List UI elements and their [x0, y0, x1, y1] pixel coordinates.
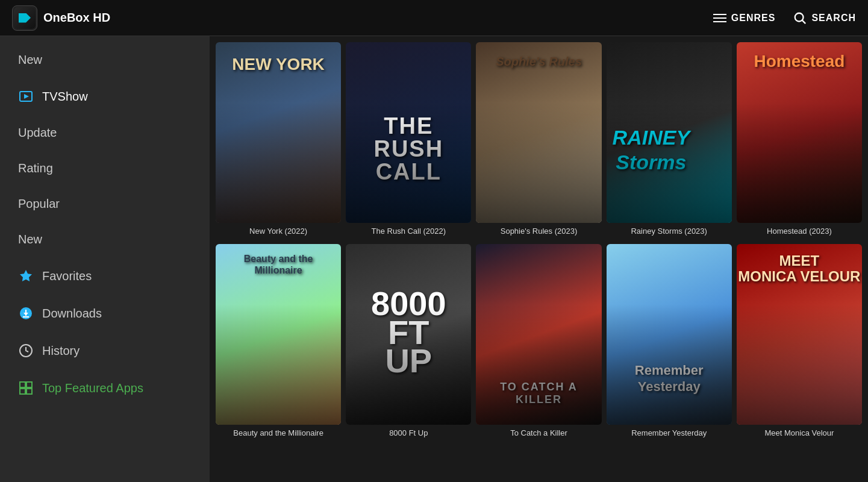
- movie-poster-homestead: Homestead: [737, 42, 862, 223]
- play-icon: [18, 89, 34, 104]
- movie-title-rush-call: The Rush Call (2022): [346, 223, 471, 239]
- search-label: SEARCH: [811, 13, 856, 23]
- logo[interactable]: OneBox HD: [12, 5, 110, 31]
- sidebar-item-history-label: History: [42, 344, 80, 358]
- sidebar-item-history[interactable]: History: [0, 332, 210, 369]
- sidebar-item-downloads[interactable]: Downloads: [0, 295, 210, 332]
- svg-point-0: [795, 13, 804, 21]
- movie-card-beauty[interactable]: Beauty and theMillionaire Beauty and the…: [216, 244, 341, 441]
- sidebar: New TVShow Update Rating Popular New Fav…: [0, 36, 210, 482]
- svg-rect-10: [20, 382, 25, 387]
- hamburger-icon: [713, 14, 726, 22]
- sidebar-item-update-label: Update: [18, 126, 57, 140]
- sidebar-item-top-featured-label: Top Featured Apps: [42, 381, 143, 395]
- movie-card-8000ft[interactable]: 8000FTUP 8000 Ft Up: [346, 244, 471, 441]
- clock-icon: [18, 343, 34, 358]
- search-icon: [793, 11, 807, 25]
- svg-rect-11: [27, 382, 32, 387]
- sidebar-item-new-top-label: New: [18, 53, 42, 67]
- movie-poster-8000ft: 8000FTUP: [346, 244, 471, 425]
- sidebar-item-tvshow-label: TVShow: [42, 90, 88, 104]
- svg-rect-12: [20, 389, 25, 394]
- movie-poster-rainey-storms: RAINEYStorms: [607, 42, 732, 223]
- movie-poster-rush-call: THERUSHCALL: [346, 42, 471, 223]
- svg-marker-4: [20, 270, 32, 281]
- movie-card-monica[interactable]: MEETMONICA VELOUR Meet Monica Velour: [737, 244, 862, 441]
- genres-button[interactable]: GENRES: [713, 13, 776, 23]
- movie-title-beauty: Beauty and the Millionaire: [216, 425, 341, 441]
- movie-card-rainey-storms[interactable]: RAINEYStorms Rainey Storms (2023): [607, 42, 732, 239]
- movie-poster-remember: Remember Yesterday: [607, 244, 732, 425]
- svg-marker-3: [24, 94, 29, 99]
- movie-poster-killer: TO CATCH A KILLER: [476, 244, 601, 425]
- sidebar-item-favorites[interactable]: Favorites: [0, 257, 210, 295]
- logo-icon: [12, 5, 37, 31]
- sidebar-item-downloads-label: Downloads: [42, 307, 102, 321]
- header-actions: GENRES SEARCH: [713, 11, 856, 25]
- svg-line-1: [802, 20, 806, 23]
- genres-label: GENRES: [731, 13, 776, 23]
- movie-grid: NEW YORK New York (2022) THERUSHCALL The…: [216, 42, 862, 441]
- movie-title-8000ft: 8000 Ft Up: [346, 425, 471, 441]
- movie-title-monica: Meet Monica Velour: [737, 425, 862, 441]
- movie-card-killer[interactable]: TO CATCH A KILLER To Catch a Killer: [476, 244, 601, 441]
- sidebar-item-new-top[interactable]: New: [0, 42, 210, 78]
- sidebar-item-new-bottom[interactable]: New: [0, 222, 210, 257]
- sidebar-item-favorites-label: Favorites: [42, 269, 92, 283]
- movie-title-homestead: Homestead (2023): [737, 223, 862, 239]
- main-content: NEW YORK New York (2022) THERUSHCALL The…: [210, 36, 868, 482]
- movie-card-sophies-rules[interactable]: Sophie's Rules Sophie's Rules (2023): [476, 42, 601, 239]
- sidebar-item-popular-label: Popular: [18, 197, 60, 211]
- movie-poster-monica: MEETMONICA VELOUR: [737, 244, 862, 425]
- movie-card-new-york[interactable]: NEW YORK New York (2022): [216, 42, 341, 239]
- app-header: OneBox HD GENRES SEARCH: [0, 0, 868, 36]
- sidebar-item-update[interactable]: Update: [0, 115, 210, 151]
- grid-icon: [18, 380, 34, 396]
- download-icon: [18, 305, 34, 321]
- sidebar-item-new-bottom-label: New: [18, 233, 42, 246]
- star-icon: [18, 268, 34, 284]
- movie-title-killer: To Catch a Killer: [476, 425, 601, 441]
- movie-title-remember: Remember Yesterday: [607, 425, 732, 441]
- movie-poster-new-york: NEW YORK: [216, 42, 341, 223]
- movie-poster-sophies-rules: Sophie's Rules: [476, 42, 601, 223]
- sidebar-item-popular[interactable]: Popular: [0, 186, 210, 222]
- movie-card-rush-call[interactable]: THERUSHCALL The Rush Call (2022): [346, 42, 471, 239]
- sidebar-item-rating-label: Rating: [18, 161, 53, 175]
- search-button[interactable]: SEARCH: [793, 11, 856, 25]
- svg-rect-13: [27, 389, 32, 394]
- movie-title-new-york: New York (2022): [216, 223, 341, 239]
- movie-title-sophies-rules: Sophie's Rules (2023): [476, 223, 601, 239]
- sidebar-item-tvshow[interactable]: TVShow: [0, 78, 210, 115]
- movie-title-rainey-storms: Rainey Storms (2023): [607, 223, 732, 239]
- sidebar-item-rating[interactable]: Rating: [0, 151, 210, 186]
- movie-poster-beauty: Beauty and theMillionaire: [216, 244, 341, 425]
- movie-card-homestead[interactable]: Homestead Homestead (2023): [737, 42, 862, 239]
- movie-card-remember[interactable]: Remember Yesterday Remember Yesterday: [607, 244, 732, 441]
- app-title: OneBox HD: [43, 11, 110, 25]
- sidebar-item-top-featured[interactable]: Top Featured Apps: [0, 369, 210, 407]
